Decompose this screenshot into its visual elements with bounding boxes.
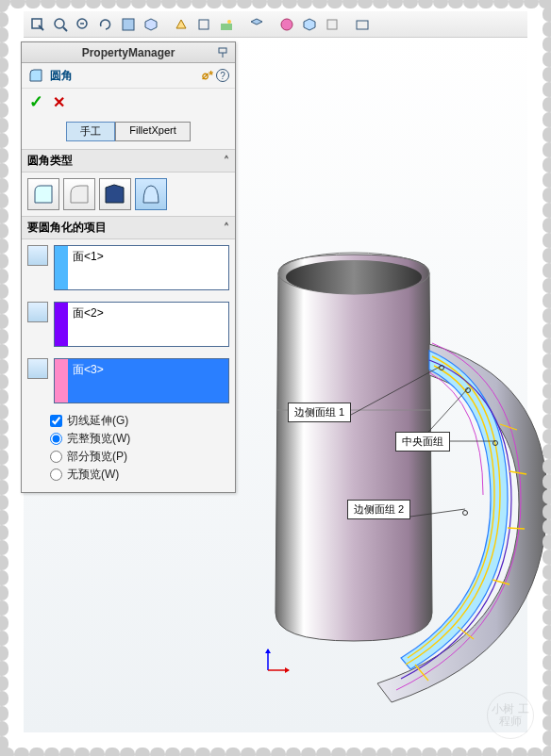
face-set-3-icon[interactable] bbox=[27, 358, 48, 379]
model-mug bbox=[264, 245, 551, 716]
type-fullround-icon[interactable] bbox=[135, 178, 167, 210]
tab-filletxpert[interactable]: FilletXpert bbox=[115, 122, 191, 141]
pm-title: PropertyManager bbox=[82, 46, 175, 59]
help-icon[interactable]: ? bbox=[216, 69, 229, 82]
pm-header: PropertyManager bbox=[22, 42, 235, 63]
face-set-2-list[interactable]: 面<2> bbox=[54, 302, 229, 347]
svg-point-6 bbox=[227, 20, 231, 24]
fillet-icon bbox=[27, 67, 44, 84]
origin-triad-icon bbox=[264, 646, 292, 674]
opt-tangent[interactable]: 切线延伸(G) bbox=[50, 413, 229, 429]
svg-rect-9 bbox=[357, 21, 368, 29]
zoom-area-icon[interactable] bbox=[50, 14, 71, 35]
svg-rect-8 bbox=[327, 20, 337, 29]
opt-none[interactable]: 无预览(W) bbox=[50, 467, 229, 483]
svg-rect-5 bbox=[221, 24, 232, 30]
section-fillet-type[interactable]: 圆角类型 ˄ bbox=[22, 149, 235, 173]
svg-rect-3 bbox=[123, 19, 134, 30]
opt-full-radio[interactable] bbox=[50, 433, 62, 445]
section-fillet-type-label: 圆角类型 bbox=[27, 153, 73, 169]
setting-icon[interactable] bbox=[322, 14, 342, 35]
display-style-icon[interactable] bbox=[171, 14, 192, 35]
opt-none-radio[interactable] bbox=[50, 468, 62, 481]
svg-point-11 bbox=[286, 260, 422, 294]
type-constant-icon[interactable] bbox=[27, 178, 59, 210]
face-set-1-icon[interactable] bbox=[27, 245, 48, 266]
face-set-3-list[interactable]: 面<3> bbox=[54, 358, 229, 403]
command-name: 圆角 bbox=[50, 68, 196, 84]
tab-manual[interactable]: 手工 bbox=[66, 122, 115, 141]
zoom-fit-icon[interactable] bbox=[27, 14, 48, 35]
view-orient-icon[interactable] bbox=[141, 14, 161, 35]
svg-point-7 bbox=[281, 19, 292, 30]
section-icon[interactable] bbox=[118, 14, 139, 35]
svg-point-1 bbox=[55, 19, 64, 28]
render-icon[interactable] bbox=[352, 14, 373, 35]
callout-side2[interactable]: 边侧面组 2 bbox=[347, 500, 410, 519]
pin-icon[interactable] bbox=[214, 44, 231, 61]
opt-partial-label: 部分预览(P) bbox=[67, 449, 127, 465]
svg-rect-16 bbox=[219, 48, 226, 53]
opt-partial[interactable]: 部分预览(P) bbox=[50, 449, 229, 465]
rotate-icon[interactable] bbox=[95, 14, 116, 35]
face1-value: 面<1> bbox=[68, 246, 228, 289]
ok-button[interactable]: ✓ bbox=[29, 91, 43, 112]
type-face-icon[interactable] bbox=[99, 178, 131, 210]
callout-center[interactable]: 中央面组 bbox=[395, 432, 450, 452]
opt-partial-radio[interactable] bbox=[50, 451, 62, 463]
prev-view-icon[interactable] bbox=[73, 14, 93, 35]
face3-value: 面<3> bbox=[68, 359, 228, 403]
chevron-up-icon: ˄ bbox=[224, 222, 229, 235]
face-set-2-icon[interactable] bbox=[27, 302, 48, 322]
face-set-1-list[interactable]: 面<1> bbox=[54, 245, 229, 290]
opt-full[interactable]: 完整预览(W) bbox=[50, 431, 229, 447]
opt-tangent-checkbox[interactable] bbox=[50, 415, 62, 427]
watermark: 小树 工程师 bbox=[487, 692, 534, 739]
help-hint-icon[interactable]: ⌀* bbox=[202, 69, 213, 82]
section-items[interactable]: 要圆角化的项目 ˄ bbox=[22, 216, 235, 239]
view-toolbar bbox=[24, 11, 527, 38]
chevron-up-icon: ˄ bbox=[224, 155, 229, 168]
type-variable-icon[interactable] bbox=[63, 178, 95, 210]
opt-tangent-label: 切线延伸(G) bbox=[67, 413, 128, 429]
cancel-button[interactable]: ✕ bbox=[53, 93, 65, 111]
svg-point-15 bbox=[463, 511, 468, 516]
property-manager-panel: PropertyManager 圆角 ⌀* ? ✓ ✕ 手工 FilletXpe… bbox=[21, 41, 236, 493]
svg-rect-4 bbox=[199, 20, 209, 29]
callout-side1[interactable]: 边侧面组 1 bbox=[288, 403, 351, 422]
opt-none-label: 无预览(W) bbox=[67, 467, 119, 483]
hide-show-icon[interactable] bbox=[246, 14, 267, 35]
face2-value: 面<2> bbox=[68, 303, 228, 346]
scene-icon[interactable] bbox=[216, 14, 237, 35]
apply-scene-icon[interactable] bbox=[299, 14, 320, 35]
section-items-label: 要圆角化的项目 bbox=[27, 220, 107, 236]
display-style2-icon[interactable] bbox=[193, 14, 214, 35]
opt-full-label: 完整预览(W) bbox=[67, 431, 130, 447]
appearance-icon[interactable] bbox=[276, 14, 297, 35]
